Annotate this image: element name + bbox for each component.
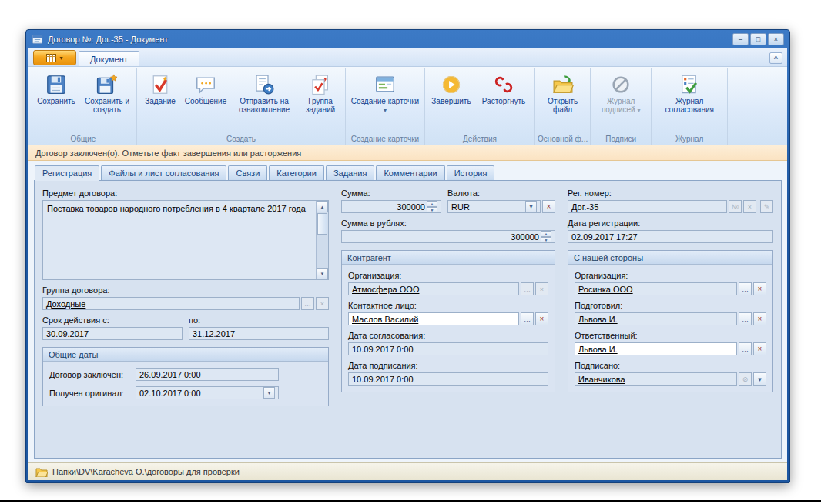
signed-prohibit-button[interactable]: ⊘ bbox=[739, 372, 752, 386]
chevron-down-icon[interactable]: ▾ bbox=[263, 387, 275, 399]
contractor-org-picker-button[interactable]: … bbox=[521, 282, 534, 295]
responsible-field[interactable]: Львова И. bbox=[575, 342, 737, 355]
signed-field[interactable]: Иванчикова bbox=[575, 372, 737, 386]
tab-tasks[interactable]: Задания bbox=[326, 165, 374, 180]
approval-journal-label: Журнал согласования bbox=[655, 97, 724, 114]
open-file-button[interactable]: Открыть файл bbox=[538, 69, 588, 115]
period-from-field[interactable]: 30.09.2017 bbox=[42, 327, 183, 340]
responsible-value[interactable]: Львова И. bbox=[578, 345, 618, 354]
reg-number-assign-button[interactable]: № bbox=[729, 200, 742, 213]
amount-rub-value: 300000 bbox=[511, 232, 539, 242]
send-for-review-button[interactable]: Отправить на ознакомление bbox=[230, 69, 298, 115]
amount-field[interactable]: 300000 ▲▼ bbox=[341, 200, 441, 213]
open-file-icon bbox=[551, 72, 575, 97]
chevron-down-icon[interactable]: ▾ bbox=[525, 201, 537, 212]
concluded-field[interactable]: 26.09.2017 0:00 bbox=[136, 368, 279, 381]
amount-rub-field[interactable]: 300000 ▲▼ bbox=[341, 230, 555, 243]
original-received-label: Получен оригинал: bbox=[49, 389, 132, 398]
currency-value: RUR bbox=[451, 202, 470, 212]
prepared-by-field[interactable]: Львова И. bbox=[575, 312, 737, 325]
contract-group-value[interactable]: Доходные bbox=[46, 299, 85, 309]
task-icon bbox=[149, 72, 172, 97]
reg-number-edit-button[interactable]: ✎ bbox=[760, 200, 773, 213]
subject-value: Поставка товаров народного потребления в… bbox=[47, 204, 306, 213]
contract-group-picker-button[interactable]: … bbox=[301, 297, 314, 310]
contact-person-picker-button[interactable]: … bbox=[521, 312, 534, 325]
contract-group-clear-button[interactable]: × bbox=[316, 297, 329, 310]
our-org-value[interactable]: Росинка ООО bbox=[578, 285, 633, 294]
contact-person-value[interactable]: Маслов Василий bbox=[352, 315, 418, 324]
prepared-by-clear-button[interactable]: × bbox=[753, 312, 766, 325]
approval-date-field[interactable]: 10.09.2017 0:00 bbox=[348, 342, 548, 355]
reg-date-label: Дата регистрации: bbox=[568, 219, 773, 228]
chevron-down-icon: ▾ bbox=[59, 55, 62, 62]
subject-scrollbar[interactable]: ▲ ▼ bbox=[316, 201, 328, 279]
tab-categories[interactable]: Категории bbox=[269, 165, 324, 180]
contractor-org-field[interactable]: Атмосфера ООО bbox=[348, 282, 519, 295]
contractor-header: Контрагент bbox=[342, 251, 555, 265]
period-from-label: Срок действия с: bbox=[42, 315, 183, 325]
tab-comments[interactable]: Комментарии bbox=[376, 165, 444, 180]
tab-files-approval[interactable]: Файлы и лист согласования bbox=[101, 165, 226, 180]
responsible-picker-button[interactable]: … bbox=[739, 342, 752, 355]
currency-label: Валюта: bbox=[447, 189, 555, 198]
contact-person-label: Контактное лицо: bbox=[348, 301, 548, 310]
signed-dropdown-button[interactable]: ▾ bbox=[753, 372, 766, 386]
contractor-groupbox: Контрагент Организация: Атмосфера ООО … … bbox=[341, 250, 555, 392]
app-window: Договор №: Дог.-35 - Документ – □ × ▾ До… bbox=[25, 29, 790, 483]
our-org-picker-button[interactable]: … bbox=[739, 282, 752, 295]
reg-date-field[interactable]: 02.09.2017 17:27 bbox=[568, 230, 773, 243]
complete-button[interactable]: Завершить bbox=[427, 69, 475, 107]
reg-number-field[interactable]: Дог.-35 bbox=[568, 200, 727, 213]
amount-rub-spinner[interactable]: ▲▼ bbox=[541, 231, 551, 242]
collapse-ribbon-button[interactable]: ^ bbox=[769, 52, 782, 64]
signing-date-field[interactable]: 10.09.2017 0:00 bbox=[348, 372, 548, 386]
terminate-button[interactable]: Расторгнуть bbox=[475, 69, 532, 107]
message-button[interactable]: Сообщение bbox=[181, 69, 230, 107]
tab-strip: Регистрация Файлы и лист согласования Св… bbox=[28, 161, 787, 180]
scroll-down-icon[interactable]: ▼ bbox=[317, 268, 328, 279]
contract-group-field[interactable]: Доходные bbox=[42, 297, 300, 310]
reg-number-clear-button[interactable]: × bbox=[743, 200, 756, 213]
app-menu-button[interactable]: ▾ bbox=[33, 50, 76, 65]
approval-journal-button[interactable]: Журнал согласования bbox=[654, 69, 725, 115]
responsible-clear-button[interactable]: × bbox=[753, 342, 766, 355]
currency-combo[interactable]: RUR▾ bbox=[447, 200, 541, 213]
create-card-button[interactable]: Создание карточки ▾ bbox=[348, 69, 422, 116]
signed-value[interactable]: Иванчикова bbox=[578, 375, 625, 384]
currency-clear-button[interactable]: × bbox=[542, 200, 555, 213]
our-org-clear-button[interactable]: × bbox=[753, 282, 766, 295]
titlebar[interactable]: Договор №: Дог.-35 - Документ – □ × bbox=[26, 30, 789, 48]
task-label: Задание bbox=[145, 97, 176, 105]
task-button[interactable]: Задание bbox=[139, 69, 181, 107]
tab-history[interactable]: История bbox=[447, 165, 495, 180]
tab-registration[interactable]: Регистрация bbox=[35, 165, 99, 181]
save-and-create-button[interactable]: Сохранить и создать bbox=[80, 69, 134, 115]
ribbon-tab-document[interactable]: Документ bbox=[79, 51, 139, 66]
contractor-org-value[interactable]: Атмосфера ООО bbox=[352, 285, 419, 294]
prepared-by-value[interactable]: Львова И. bbox=[578, 315, 618, 324]
save-button[interactable]: Сохранить bbox=[32, 69, 80, 107]
contractor-org-clear-button[interactable]: × bbox=[535, 282, 548, 295]
our-org-field[interactable]: Росинка ООО bbox=[575, 282, 737, 295]
signature-log-button[interactable]: Журнал подписей ▾ bbox=[593, 69, 648, 116]
amount-label: Сумма: bbox=[341, 189, 441, 198]
scroll-thumb[interactable] bbox=[317, 213, 327, 235]
close-button[interactable]: × bbox=[768, 33, 784, 45]
signed-label: Подписано: bbox=[575, 361, 766, 370]
app-menu-icon bbox=[46, 54, 56, 62]
original-received-field[interactable]: 02.10.2017 0:00▾ bbox=[136, 386, 279, 399]
maximize-button[interactable]: □ bbox=[750, 33, 766, 45]
contact-person-clear-button[interactable]: × bbox=[535, 312, 548, 325]
prepared-by-picker-button[interactable]: … bbox=[739, 312, 752, 325]
task-group-button[interactable]: Группа заданий bbox=[298, 69, 343, 115]
contact-person-field[interactable]: Маслов Василий bbox=[348, 312, 519, 325]
subject-textarea[interactable]: Поставка товаров народного потребления в… bbox=[42, 200, 329, 280]
period-to-field[interactable]: 31.12.2017 bbox=[189, 327, 329, 340]
task-group-icon bbox=[309, 72, 332, 97]
amount-spinner[interactable]: ▲▼ bbox=[427, 201, 437, 212]
scroll-up-icon[interactable]: ▲ bbox=[317, 201, 328, 212]
tab-links[interactable]: Связи bbox=[228, 165, 267, 180]
minimize-button[interactable]: – bbox=[732, 33, 749, 45]
concluded-label: Договор заключен: bbox=[49, 370, 132, 379]
